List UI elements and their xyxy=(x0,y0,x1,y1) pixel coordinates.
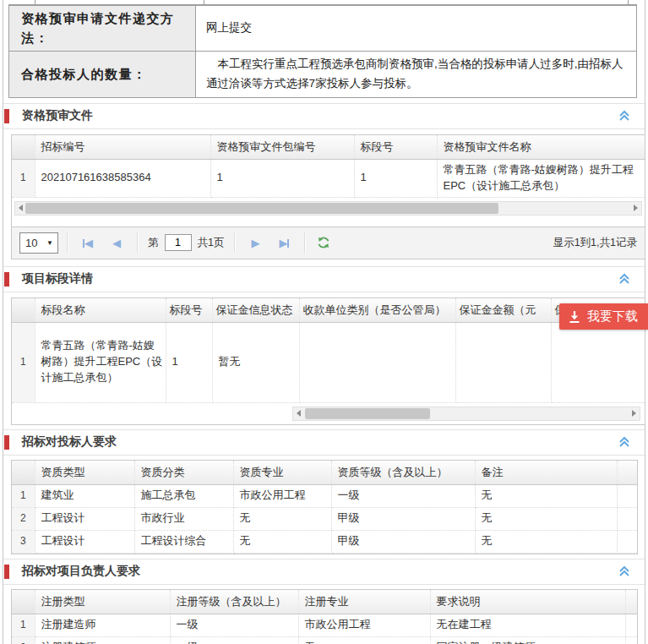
refresh-button[interactable] xyxy=(317,236,330,249)
scroll-right-arrow-icon[interactable] xyxy=(634,205,638,211)
cell-registration-specialty: 无 xyxy=(298,636,430,644)
red-accent-bar xyxy=(4,435,9,450)
cell-tender-number: 202107161638585364 xyxy=(35,159,210,197)
chevron-double-up-icon xyxy=(618,436,630,448)
column-header: 注册专业 xyxy=(298,590,430,614)
table-row[interactable]: 3 工程设计 工程设计综合 无 甲级 无 xyxy=(12,530,637,553)
cell-qualification-type: 建筑业 xyxy=(35,484,134,507)
cell-qualification-category: 工程设计综合 xyxy=(134,530,233,553)
table-row[interactable]: 1 注册建造师 一级 市政公用工程 无在建工程 xyxy=(12,614,637,636)
table-header-row: 资质类型 资质分类 资质专业 资质等级（含及以上） 备注 xyxy=(12,461,637,485)
cell-section-number: 1 xyxy=(166,322,212,402)
cell-deposit-amount xyxy=(455,322,551,402)
table-row[interactable]: 1 常青五路（常青路-姑嫂树路）提升工程EPC（设计施工总承包） 1 暂无 xyxy=(12,322,645,402)
section-title: 招标对项目负责人要求 xyxy=(22,564,140,579)
scroll-right-arrow-icon[interactable] xyxy=(632,410,636,417)
chevron-double-up-icon xyxy=(618,273,630,285)
horizontal-scrollbar[interactable] xyxy=(14,201,642,216)
column-header: 标段号 xyxy=(166,298,212,323)
section-title: 资格预审文件 xyxy=(22,108,93,123)
collapse-section-button[interactable] xyxy=(618,110,630,122)
horizontal-scrollbar[interactable] xyxy=(292,407,640,421)
cell-qualification-grade: 一级 xyxy=(331,484,475,507)
row-number: 1 xyxy=(12,614,35,636)
bar-icon xyxy=(83,239,84,248)
table-header-row: 标段名称 标段号 保证金信息状态 收款单位类别（是否公管局） 保证金金额（元 保… xyxy=(12,298,645,323)
collapse-section-button[interactable] xyxy=(618,565,630,577)
scroll-left-arrow-icon[interactable] xyxy=(19,205,23,211)
cell-deposit-status: 暂无 xyxy=(212,322,299,402)
cell-document-name: 常青五路（常青路-姑嫂树路）提升工程EPC（设计施工总承包） xyxy=(437,159,645,197)
cell-section-number: 1 xyxy=(354,159,437,197)
divider xyxy=(204,0,204,4)
bidder-requirements-grid: 资质类型 资质分类 资质专业 资质等级（含及以上） 备注 1 建筑业 施工总承包… xyxy=(11,460,638,554)
page-size-value: 10 xyxy=(25,237,37,249)
spacer-cell xyxy=(625,636,637,644)
cell-requirement-description: 无在建工程 xyxy=(430,614,625,636)
divider xyxy=(67,232,68,253)
section-title: 招标对投标人要求 xyxy=(22,434,117,450)
page-prefix-label: 第 xyxy=(148,236,159,250)
table-row[interactable]: 1 202107161638585364 1 1 常青五路（常青路-姑嫂树路）提… xyxy=(12,159,645,197)
table-row[interactable]: 2 工程设计 市政行业 无 甲级 无 xyxy=(12,507,637,530)
cell-qualification-type: 工程设计 xyxy=(35,507,134,530)
column-header: 注册等级（含及以上） xyxy=(170,590,298,614)
prequal-info-table: 资格预审申请文件递交方法： 网上提交 合格投标人的数量： 本工程实行重点工程预选… xyxy=(8,5,637,98)
row-number: 1 xyxy=(12,322,35,402)
table-row[interactable]: 2 注册建筑师 一级 无 国家注册一级建筑师 xyxy=(12,636,637,644)
spacer-cell xyxy=(625,590,637,614)
row-number: 1 xyxy=(12,484,35,507)
cell-qualification-category: 市政行业 xyxy=(134,507,233,530)
scrollbar-thumb[interactable] xyxy=(305,408,430,419)
first-page-button[interactable]: ◀ xyxy=(76,237,100,248)
cell-qualification-grade: 甲级 xyxy=(331,507,475,530)
download-button[interactable]: 我要下载 xyxy=(559,303,648,330)
section-title: 项目标段详情 xyxy=(22,271,93,287)
cell-qualification-specialty: 市政公用工程 xyxy=(233,484,331,507)
divider xyxy=(234,232,235,253)
scrollbar-thumb[interactable] xyxy=(25,203,498,214)
table-row: 合格投标人的数量： 本工程实行重点工程预选承包商制资格预审,当合格的投标申请人过… xyxy=(9,52,637,98)
manager-requirements-grid: 注册类型 注册等级（含及以上） 注册专业 要求说明 1 注册建造师 一级 市政公… xyxy=(11,589,638,644)
table-row[interactable]: 1 建筑业 施工总承包 市政公用工程 一级 无 xyxy=(12,484,637,507)
page-count-label: 共1页 xyxy=(198,236,225,250)
section-content: 标段名称 标段号 保证金信息状态 收款单位类别（是否公管局） 保证金金额（元 保… xyxy=(3,292,645,425)
bar-icon xyxy=(287,239,289,248)
cell-package-number: 1 xyxy=(210,159,354,197)
scroll-left-arrow-icon[interactable] xyxy=(297,410,301,417)
chevron-double-up-icon xyxy=(618,110,630,122)
last-page-button[interactable]: ▶ xyxy=(272,237,296,248)
section-details-table: 标段名称 标段号 保证金信息状态 收款单位类别（是否公管局） 保证金金额（元 保… xyxy=(12,298,645,403)
scroll-strip xyxy=(12,198,645,226)
row-number: 1 xyxy=(12,159,35,197)
section-details-grid: 标段名称 标段号 保证金信息状态 收款单位类别（是否公管局） 保证金金额（元 保… xyxy=(11,297,645,425)
collapse-section-button[interactable] xyxy=(618,273,630,285)
page-size-select[interactable]: 10 ▼ xyxy=(19,232,58,254)
prev-page-button[interactable]: ◀ xyxy=(105,237,128,248)
next-page-button[interactable]: ▶ xyxy=(243,237,267,248)
spacer-cell xyxy=(617,507,637,530)
manager-requirements-table: 注册类型 注册等级（含及以上） 注册专业 要求说明 1 注册建造师 一级 市政公… xyxy=(12,590,637,644)
prequal-docs-grid: 招标编号 资格预审文件包编号 标段号 资格预审文件名称 1 2021071616… xyxy=(11,134,645,259)
cell-requirement-description: 国家注册一级建筑师 xyxy=(430,636,625,644)
divider xyxy=(304,232,305,253)
cell-qualification-grade: 甲级 xyxy=(331,530,475,553)
column-header: 要求说明 xyxy=(430,590,625,614)
section-content: 招标编号 资格预审文件包编号 标段号 资格预审文件名称 1 2021071616… xyxy=(3,129,645,259)
column-header: 资格预审文件包编号 xyxy=(210,135,354,160)
cell-registration-type: 注册建筑师 xyxy=(35,636,170,644)
page-number-input[interactable] xyxy=(165,234,192,251)
pager-bar: 10 ▼ ◀ ◀ 第 共1页 ▶ ▶ xyxy=(12,226,645,259)
column-header: 保证金信息状态 xyxy=(212,298,299,323)
cell-remark: 无 xyxy=(475,530,617,553)
divider xyxy=(137,232,138,253)
column-header: 资质类型 xyxy=(35,461,134,485)
record-count-label: 显示1到1,共1记录 xyxy=(553,236,637,250)
bidder-requirements-table: 资质类型 资质分类 资质专业 资质等级（含及以上） 备注 1 建筑业 施工总承包… xyxy=(12,461,637,554)
table-header-row: 注册类型 注册等级（含及以上） 注册专业 要求说明 xyxy=(12,590,637,614)
chevron-double-up-icon xyxy=(618,565,630,577)
row-number: 2 xyxy=(12,507,35,530)
cell-remark: 无 xyxy=(475,507,617,530)
cell-registration-type: 注册建造师 xyxy=(35,614,170,636)
collapse-section-button[interactable] xyxy=(618,436,630,448)
